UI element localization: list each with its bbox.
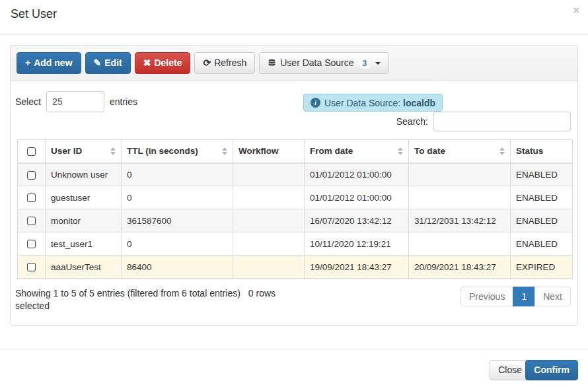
table-row[interactable]: Unknown user001/01/2012 01:00:00ENABLED: [18, 163, 573, 186]
datasource-info-value: localdb: [403, 98, 435, 108]
table-cell: 16/07/2020 13:42:12: [305, 209, 409, 232]
checkbox-cell: [18, 232, 46, 256]
table-row[interactable]: test_user1010/11/2020 12:19:21ENABLED: [18, 232, 573, 256]
datasource-count-badge: 3: [358, 58, 372, 69]
table-body: Unknown user001/01/2012 01:00:00ENABLEDg…: [18, 163, 573, 279]
entries-input[interactable]: [46, 91, 104, 112]
edit-button[interactable]: ✎ Edit: [85, 52, 131, 74]
sort-icon[interactable]: [398, 147, 403, 155]
table-info: Showing 1 to 5 of 5 entries (filtered fr…: [15, 287, 309, 312]
table-cell: ENABLED: [511, 186, 573, 209]
pagination-page-1[interactable]: 1: [513, 287, 535, 306]
table-cell: [233, 256, 305, 279]
sort-icon[interactable]: [110, 147, 116, 155]
refresh-icon: ⟳: [203, 57, 211, 70]
table-cell: 0: [122, 163, 233, 186]
table-cell: EXPIRED: [511, 256, 573, 279]
table-cell: 86400: [122, 256, 233, 279]
table-header-row: User IDTTL (in seconds)WorkflowFrom date…: [18, 140, 573, 163]
checkbox-cell: [18, 209, 46, 232]
select-all-header: [18, 140, 46, 163]
table-cell: 0: [122, 186, 233, 209]
table-cell: 361587600: [122, 209, 233, 232]
table-cell: aaaUserTest: [46, 256, 122, 279]
column-header: Status: [511, 140, 573, 163]
delete-button[interactable]: ✖ Delete: [135, 52, 191, 74]
dropdown-label: User Data Source: [280, 57, 353, 70]
table-cell: guestuser: [46, 186, 122, 209]
table-cell: [233, 186, 305, 209]
panel-body: Select entries i User Data Source: local…: [11, 81, 577, 325]
pagination-next[interactable]: Next: [534, 287, 571, 306]
table-cell: monitor: [46, 209, 122, 232]
entries-suffix-label: entries: [110, 96, 137, 107]
page-title: Set User: [11, 7, 57, 21]
pencil-icon: ✎: [94, 57, 102, 70]
table-cell: [233, 209, 305, 232]
add-new-button[interactable]: + Add new: [17, 52, 81, 74]
table-cell: test_user1: [46, 232, 122, 256]
table-cell: ENABLED: [511, 163, 573, 186]
column-header: Workflow: [233, 140, 305, 163]
select-label: Select: [15, 96, 41, 107]
table-cell: 0: [122, 232, 233, 256]
confirm-button[interactable]: Confirm: [525, 360, 578, 380]
checkbox-cell: [18, 256, 46, 279]
checkbox-cell: [18, 186, 46, 209]
row-checkbox[interactable]: [27, 240, 36, 248]
row-checkbox[interactable]: [27, 263, 36, 271]
chevron-down-icon: [375, 62, 381, 65]
table-cell: [409, 163, 511, 186]
sort-icon[interactable]: [222, 147, 227, 155]
checkbox-cell: [18, 163, 46, 186]
row-checkbox[interactable]: [27, 171, 36, 180]
column-header[interactable]: To date: [409, 140, 511, 163]
table-row[interactable]: monitor36158760016/07/2020 13:42:1231/12…: [18, 209, 573, 232]
cross-icon: ✖: [143, 57, 151, 70]
search-label: Search:: [396, 116, 428, 127]
refresh-label: Refresh: [214, 57, 246, 70]
search-input[interactable]: [433, 112, 571, 131]
search-group: Search:: [396, 112, 571, 131]
info-icon: i: [311, 98, 320, 108]
table-row[interactable]: aaaUserTest8640019/09/2021 18:43:2720/09…: [18, 256, 573, 279]
table-cell: [409, 232, 511, 256]
user-table: User IDTTL (in seconds)WorkflowFrom date…: [17, 139, 573, 279]
showing-entries-text: Showing 1 to 5 of 5 entries (filtered fr…: [15, 288, 240, 299]
column-header[interactable]: From date: [305, 140, 409, 163]
table-cell: ENABLED: [511, 209, 573, 232]
table-row[interactable]: guestuser001/01/2012 01:00:00ENABLED: [18, 186, 573, 209]
close-button[interactable]: Close: [490, 360, 531, 380]
refresh-button[interactable]: ⟳ Refresh: [194, 52, 255, 74]
sort-icon[interactable]: [499, 147, 505, 155]
user-data-source-dropdown[interactable]: User Data Source 3: [259, 52, 389, 74]
table-cell: [409, 186, 511, 209]
close-icon[interactable]: ×: [573, 5, 579, 16]
datasource-info-text: User Data Source: localdb: [324, 98, 435, 108]
delete-label: Delete: [154, 57, 182, 70]
row-checkbox[interactable]: [27, 217, 36, 225]
toolbar: + Add new ✎ Edit ✖ Delete ⟳ Refresh User…: [11, 46, 577, 81]
table-cell: [233, 232, 305, 256]
pagination: Previous 1 Next: [460, 287, 571, 306]
table-cell: [233, 163, 305, 186]
table-cell: 01/01/2012 01:00:00: [305, 163, 409, 186]
table-cell: 19/09/2021 18:43:27: [305, 256, 409, 279]
row-checkbox[interactable]: [27, 194, 36, 202]
column-header[interactable]: TTL (in seconds): [122, 140, 233, 163]
table-cell: Unknown user: [46, 163, 122, 186]
footer-divider: [0, 349, 588, 349]
pagination-previous[interactable]: Previous: [460, 287, 513, 306]
select-all-checkbox[interactable]: [27, 147, 36, 156]
header-divider: [0, 34, 588, 35]
entries-control: Select entries: [15, 91, 137, 112]
table-cell: 10/11/2020 12:19:21: [305, 232, 409, 256]
plus-icon: +: [25, 57, 30, 70]
add-new-label: Add new: [34, 57, 72, 70]
edit-label: Edit: [104, 57, 122, 70]
table-cell: 20/09/2021 18:43:27: [409, 256, 511, 279]
column-header[interactable]: User ID: [46, 140, 122, 163]
user-panel: + Add new ✎ Edit ✖ Delete ⟳ Refresh User…: [10, 45, 578, 326]
datasource-info-badge: i User Data Source: localdb: [303, 94, 443, 112]
table-cell: 31/12/2031 13:42:12: [409, 209, 511, 232]
